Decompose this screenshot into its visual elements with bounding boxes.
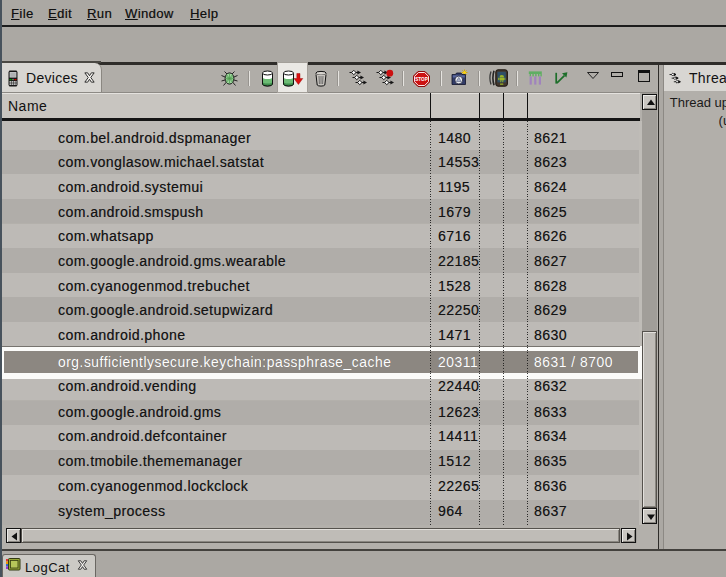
- svg-text:STOP: STOP: [415, 77, 427, 82]
